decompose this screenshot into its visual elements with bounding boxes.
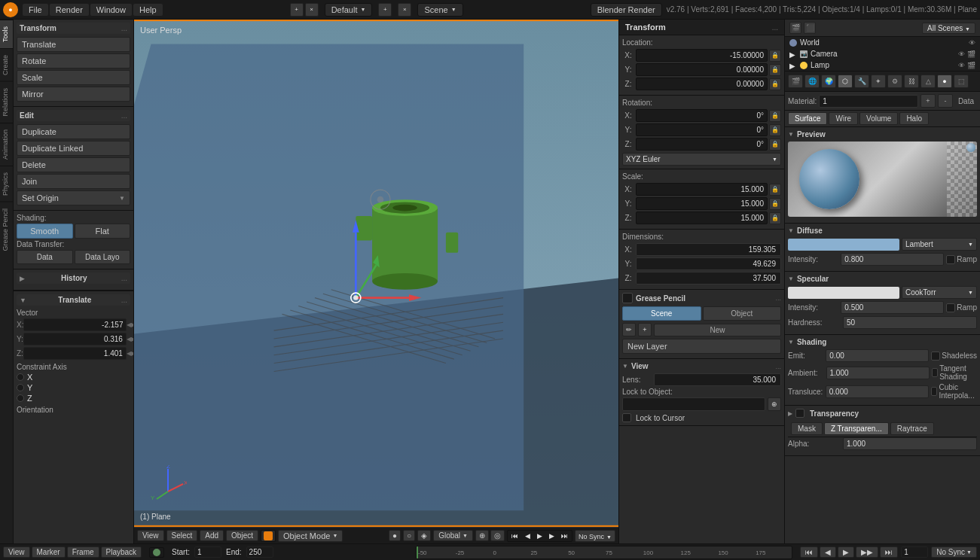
history-header[interactable]: ▶ History ...: [17, 272, 130, 284]
specular-shader-select[interactable]: CookTorr ▼: [902, 286, 977, 299]
loc-y-lock[interactable]: 🔒: [769, 64, 781, 76]
proportional-btn[interactable]: ◎: [490, 530, 505, 541]
workspace-remove-btn[interactable]: ×: [305, 3, 319, 17]
timeline-ruler[interactable]: -50 -25 0 25 50 75 100 125 150 175: [416, 546, 792, 559]
workspace-selector[interactable]: Default ▼: [325, 3, 373, 17]
global-selector[interactable]: Global ▼: [433, 530, 473, 541]
prop-modifier-icon[interactable]: 🔧: [854, 75, 869, 88]
menu-file[interactable]: File: [23, 4, 48, 16]
new-layer-btn[interactable]: New Layer: [622, 339, 781, 354]
view-menu-btn[interactable]: View: [137, 530, 164, 541]
diffuse-ramp-checkbox[interactable]: [946, 255, 955, 264]
right-panel-more[interactable]: ...: [772, 23, 778, 32]
emit-input[interactable]: [826, 349, 929, 362]
world-eye-icon[interactable]: 👁: [969, 39, 975, 47]
rot-x-lock[interactable]: 🔒: [769, 110, 781, 122]
prop-constraint-icon[interactable]: ⛓: [904, 75, 919, 88]
loc-y-input[interactable]: [636, 63, 768, 76]
outliner-layer-icon[interactable]: ⬛: [804, 22, 816, 34]
camera-eye-icon[interactable]: 👁: [958, 50, 965, 58]
current-frame-input[interactable]: [901, 546, 928, 558]
prop-object-icon[interactable]: ⬡: [838, 75, 853, 88]
timeline-playback-btn[interactable]: Playback: [101, 546, 142, 558]
material-name-field[interactable]: 1: [819, 95, 918, 108]
data-btn[interactable]: Data: [17, 250, 73, 264]
diffuse-shader-select[interactable]: Lambert ▼: [902, 238, 977, 251]
translate-btn[interactable]: Translate: [17, 37, 130, 52]
playback-next[interactable]: ▶: [546, 531, 557, 540]
transparency-checkbox[interactable]: [795, 409, 804, 418]
grease-pencil-checkbox[interactable]: [622, 293, 633, 303]
duplicate-linked-btn[interactable]: Duplicate Linked: [17, 141, 130, 156]
set-origin-btn[interactable]: Set Origin ▼: [17, 190, 130, 205]
hardness-input[interactable]: [843, 316, 977, 329]
vec-z-arrow[interactable]: ◀▶: [127, 350, 134, 357]
lens-input[interactable]: [654, 373, 781, 386]
mode-selector[interactable]: Object Mode ▼: [278, 530, 343, 542]
transparency-mask-tab[interactable]: Mask: [791, 422, 823, 435]
outliner-world-item[interactable]: World 👁: [785, 37, 980, 48]
specular-ramp-checkbox[interactable]: [946, 303, 955, 312]
prop-particles-icon[interactable]: ✦: [871, 75, 886, 88]
transluce-input[interactable]: [826, 385, 929, 398]
prop-data-icon[interactable]: △: [920, 75, 936, 88]
pencil-add-icon[interactable]: +: [638, 323, 652, 336]
rot-z-input[interactable]: [636, 138, 768, 151]
timeline-view-btn[interactable]: View: [3, 546, 30, 558]
select-menu-btn[interactable]: Select: [166, 530, 198, 541]
pb-play-btn[interactable]: ▶: [838, 546, 854, 558]
viewport-shading-solid[interactable]: ●: [389, 530, 401, 541]
viewport-shading-wire[interactable]: ○: [403, 530, 415, 541]
material-add-icon[interactable]: +: [920, 94, 936, 108]
join-btn[interactable]: Join: [17, 174, 130, 189]
material-remove-icon[interactable]: -: [938, 94, 953, 108]
scene-remove-btn[interactable]: ×: [398, 3, 411, 17]
outliner-scenes-selector[interactable]: All Scenes ▼: [922, 23, 975, 34]
preview-sphere-btn[interactable]: [966, 143, 975, 152]
prop-texture-icon[interactable]: ⬚: [954, 75, 969, 88]
engine-selector[interactable]: Blender Render: [591, 3, 662, 17]
scale-z-lock[interactable]: 🔒: [769, 212, 781, 224]
edit-header[interactable]: Edit ...: [17, 110, 130, 121]
outliner-render-icon[interactable]: 🎬: [789, 22, 801, 34]
vtab-tools[interactable]: Tools: [0, 20, 13, 48]
loc-x-lock[interactable]: 🔒: [769, 50, 781, 62]
end-frame-input[interactable]: [246, 546, 273, 558]
loc-z-input[interactable]: [636, 78, 768, 90]
scale-z-input[interactable]: [636, 212, 768, 224]
frame-indicator[interactable]: [149, 547, 164, 558]
tab-volume[interactable]: Volume: [859, 112, 898, 125]
transparency-raytrace-tab[interactable]: Raytrace: [890, 422, 934, 435]
pb-end-btn[interactable]: ⏭: [880, 546, 898, 558]
playback-play[interactable]: ▶: [534, 531, 545, 540]
scale-y-input[interactable]: [636, 197, 768, 210]
scene-add-btn[interactable]: +: [378, 3, 392, 17]
vtab-grease-pencil[interactable]: Grease Pencil: [0, 202, 13, 257]
diffuse-intensity-input[interactable]: [841, 253, 944, 266]
euler-mode-select[interactable]: XYZ Euler ▼: [622, 153, 781, 166]
viewport-shading-tex[interactable]: ◈: [417, 530, 431, 541]
workspace-add-btn[interactable]: +: [290, 3, 304, 17]
pencil-icon[interactable]: ✏: [622, 323, 636, 336]
outliner-camera-item[interactable]: ▶ 📷 Camera 👁 🎬: [785, 48, 980, 59]
specular-header[interactable]: ▼ Specular: [788, 275, 977, 283]
ambient-input[interactable]: [826, 367, 930, 379]
scale-x-input[interactable]: [636, 183, 768, 196]
lamp-eye-icon[interactable]: 👁: [958, 62, 965, 69]
object-menu-btn[interactable]: Object: [226, 530, 258, 541]
prop-physics-icon[interactable]: ⚙: [887, 75, 902, 88]
rot-y-lock[interactable]: 🔒: [769, 124, 781, 136]
transparency-header[interactable]: ▶ Transparency: [788, 409, 977, 418]
lamp-render-icon[interactable]: 🎬: [967, 62, 975, 69]
delete-btn[interactable]: Delete: [17, 157, 130, 172]
snap-btn[interactable]: ⊕: [475, 530, 489, 541]
menu-render[interactable]: Render: [50, 4, 89, 16]
loc-x-input[interactable]: [636, 49, 768, 62]
grease-pencil-object-tab[interactable]: Object: [703, 306, 782, 321]
vtab-animation[interactable]: Animation: [0, 123, 13, 166]
vec-y-arrow[interactable]: ◀▶: [127, 336, 134, 342]
smooth-btn[interactable]: Smooth: [17, 224, 73, 239]
specular-intensity-input[interactable]: [841, 301, 944, 314]
tab-halo[interactable]: Halo: [899, 112, 929, 125]
add-menu-btn[interactable]: Add: [200, 530, 224, 541]
